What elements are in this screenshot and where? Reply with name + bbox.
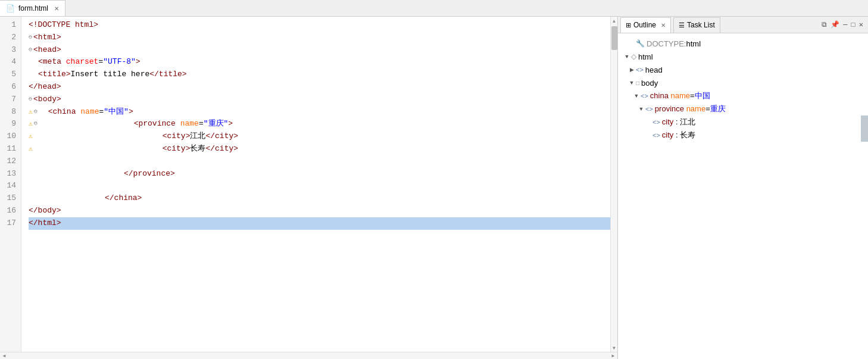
collapse-indicator[interactable]: ⊖ xyxy=(29,32,32,44)
code-line-3: ⊖ <head> xyxy=(29,44,610,57)
code-line-15: </china> xyxy=(29,192,610,205)
tree-item-city1[interactable]: <> city : 江北 xyxy=(618,115,868,129)
tab-outline[interactable]: ⊞ Outline ✕ xyxy=(620,17,671,33)
code-token: = xyxy=(199,118,204,130)
code-token: <meta xyxy=(38,56,66,68)
outline-tree: 🔧 DOCTYPE:html ▼ ◇ html ▶ <> head ▼ xyxy=(618,33,868,359)
line-numbers: 1 2 3 4 5 6 7 8 9 10 11 12 13 14 15 16 1… xyxy=(0,17,21,352)
tree-icon-china: <> xyxy=(641,92,648,99)
code-line-9: ⚠ ⊖ <province name="重庆"> xyxy=(29,118,610,130)
code-token: <city> xyxy=(163,130,191,143)
editor-panel: 1 2 3 4 5 6 7 8 9 10 11 12 13 14 15 16 1… xyxy=(0,17,618,359)
editor-content: 1 2 3 4 5 6 7 8 9 10 11 12 13 14 15 16 1… xyxy=(0,17,617,352)
code-line-8: ⚠ ⊖ <china name="中国"> xyxy=(29,106,610,118)
code-token: </html> xyxy=(29,217,61,230)
h-scroll-right[interactable]: ▶ xyxy=(609,352,617,360)
tasklist-tab-label: Task List xyxy=(687,21,715,29)
scroll-up-arrow[interactable]: ▲ xyxy=(611,17,618,25)
code-line-17: </html> xyxy=(29,217,610,230)
code-token: </china> xyxy=(105,192,142,205)
h-scroll-left[interactable]: ◀ xyxy=(0,352,8,360)
code-token: </city> xyxy=(205,143,238,155)
tab-label: form.html xyxy=(18,4,48,13)
code-line-13: </province> xyxy=(29,168,610,180)
code-token: </city> xyxy=(205,130,238,143)
code-line-11: ⚠ <city>长寿</city> xyxy=(29,143,610,155)
outline-tab-toolbar: ⧉ 📌 — □ ✕ xyxy=(822,20,866,29)
outline-tab-label: Outline xyxy=(633,21,656,29)
code-area[interactable]: <!DOCTYPE html> ⊖ <html> ⊖ <head> <meta … xyxy=(21,17,610,352)
tree-toggle-city2 xyxy=(644,131,652,139)
collapse-indicator[interactable]: ⊖ xyxy=(29,44,32,57)
right-indicator-city1 xyxy=(861,115,868,129)
code-token: name xyxy=(180,118,199,130)
scroll-thumb[interactable] xyxy=(611,26,617,50)
tree-label-china: china name=中国 xyxy=(650,90,710,101)
outline-maximize-icon[interactable]: □ xyxy=(851,21,855,29)
code-token: china xyxy=(52,106,80,118)
tree-toggle-city1 xyxy=(644,118,652,126)
tree-label-html: html xyxy=(638,52,653,61)
tree-item-china[interactable]: ▼ <> china name=中国 xyxy=(618,89,868,102)
code-token: </province> xyxy=(124,168,175,180)
tree-icon-city1: <> xyxy=(652,118,660,126)
code-token: </title> xyxy=(149,68,186,81)
collapse-indicator[interactable]: ⊖ xyxy=(29,93,32,106)
tree-item-province[interactable]: ▼ <> province name=重庆 xyxy=(618,102,868,115)
warning-icon-9: ⚠ xyxy=(29,118,33,130)
warning-icon-11: ⚠ xyxy=(29,143,33,155)
code-token: Insert title here xyxy=(71,68,150,81)
code-token: = xyxy=(99,106,104,118)
code-token: <head> xyxy=(33,44,61,57)
tab-close-button[interactable]: ✕ xyxy=(54,5,59,12)
outline-pin-icon[interactable]: 📌 xyxy=(830,20,839,29)
tree-label-province: province name=重庆 xyxy=(655,104,726,114)
outline-tab-close[interactable]: ✕ xyxy=(661,22,666,29)
collapse-indicator[interactable]: ⊖ xyxy=(34,106,38,118)
code-line-12 xyxy=(29,155,610,168)
code-token: > xyxy=(136,56,140,68)
tree-toggle-html[interactable]: ▼ xyxy=(623,52,631,61)
tree-item-city2[interactable]: <> city : 长寿 xyxy=(618,129,868,142)
code-line-14 xyxy=(29,180,610,192)
outline-tab-grid-icon: ⊞ xyxy=(626,21,631,29)
tree-icon-province: <> xyxy=(645,105,653,113)
tree-item-body[interactable]: ▼ □ body xyxy=(618,76,868,89)
tree-label-doctype: DOCTYPE:html xyxy=(647,39,701,48)
tree-item-html[interactable]: ▼ ◇ html xyxy=(618,50,868,63)
editor-tab[interactable]: 📄 form.html ✕ xyxy=(0,0,65,16)
tree-toggle-body[interactable]: ▼ xyxy=(627,79,636,87)
outline-close-icon[interactable]: ✕ xyxy=(859,20,863,29)
code-token: "UTF-8" xyxy=(103,56,136,68)
code-token: 长寿 xyxy=(190,143,205,155)
horizontal-scrollbar[interactable]: ◀ ▶ xyxy=(0,352,617,359)
main-area: 1 2 3 4 5 6 7 8 9 10 11 12 13 14 15 16 1… xyxy=(0,17,868,359)
code-line-4: <meta charset="UTF-8"> xyxy=(29,56,610,68)
outline-minimize-icon[interactable]: — xyxy=(843,21,847,29)
tree-toggle-head[interactable]: ▶ xyxy=(627,65,636,74)
code-token: 江北 xyxy=(190,130,205,143)
scroll-down-arrow[interactable]: ▼ xyxy=(611,344,618,352)
tree-item-doctype[interactable]: 🔧 DOCTYPE:html xyxy=(618,37,868,50)
tree-icon-city2: <> xyxy=(652,132,660,139)
tree-item-head[interactable]: ▶ <> head xyxy=(618,63,868,76)
tab-tasklist[interactable]: ☰ Task List xyxy=(673,17,720,33)
tree-toggle-province[interactable]: ▼ xyxy=(637,105,645,113)
warning-icon-8: ⚠ xyxy=(29,106,33,118)
tab-bar: 📄 form.html ✕ xyxy=(0,0,868,17)
right-indicator-city2 xyxy=(861,129,868,142)
tree-label-city2: city : 长寿 xyxy=(662,130,695,141)
code-token: <body> xyxy=(33,93,61,106)
tree-toggle-china[interactable]: ▼ xyxy=(632,92,641,100)
code-token: > xyxy=(129,106,133,118)
warning-icon-10: ⚠ xyxy=(29,130,33,143)
code-token: < xyxy=(48,106,53,118)
code-token: <title> xyxy=(38,68,71,81)
code-token: = xyxy=(98,56,103,68)
tree-icon-body: □ xyxy=(636,80,639,86)
vertical-scrollbar[interactable]: ▲ ▼ xyxy=(610,17,617,352)
code-token: "中国" xyxy=(104,106,129,118)
collapse-indicator[interactable]: ⊖ xyxy=(34,118,38,130)
outline-collapse-icon[interactable]: ⧉ xyxy=(822,21,827,29)
code-token: charset xyxy=(66,56,99,68)
